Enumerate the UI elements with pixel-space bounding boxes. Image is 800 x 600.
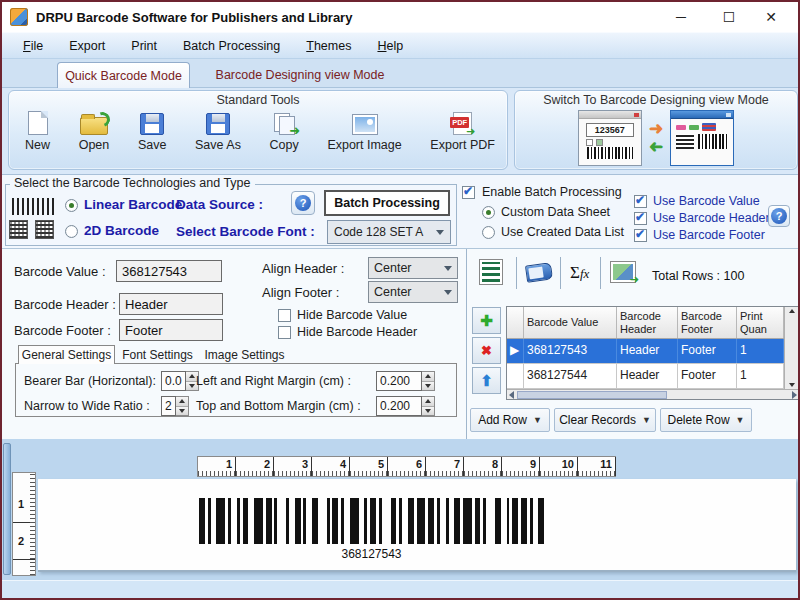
grid-horizontal-scrollbar[interactable] [507,389,799,399]
fx-glyph: fx [580,266,589,281]
narrow-wide-ratio-spinner[interactable]: 2 [161,396,189,416]
add-row-icon-button[interactable]: ✚ [472,307,501,334]
spin-up-icon[interactable] [422,397,434,407]
copy-data-icon[interactable] [525,262,553,282]
scroll-up-icon[interactable] [789,309,795,313]
menu-help[interactable]: Help [364,39,416,53]
quick-mode-thumbnail: 123567 [578,110,642,166]
tab-quick-barcode-mode[interactable]: Quick Barcode Mode [57,62,190,88]
new-button[interactable]: New [25,111,50,152]
records-grid[interactable]: Barcode Value Barcode Header Barcode Foo… [506,306,800,400]
chevron-down-icon [444,290,452,295]
delete-row-icon-button[interactable]: ✖ [472,337,501,364]
data-source-help-button[interactable]: ? [291,191,315,215]
use-barcode-footer-checkbox[interactable] [634,229,647,242]
menu-batch-processing[interactable]: Batch Processing [170,39,293,53]
export-pdf-button[interactable]: PDF➜ Export PDF [430,112,495,152]
menu-export[interactable]: Export [56,39,118,53]
grid-row[interactable]: 368127544 Header Footer 1 [507,364,784,389]
hide-barcode-header-checkbox[interactable] [278,326,291,339]
delete-row-button[interactable]: Delete Row▼ [660,408,752,432]
menu-file[interactable]: File [10,39,56,53]
tab-barcode-designing-view-mode[interactable]: Barcode Designing view Mode [202,62,398,88]
scroll-down-icon[interactable] [789,383,795,387]
delete-row-label: Delete Row [668,413,730,427]
spin-up-icon[interactable] [422,372,434,382]
barcode-header-text: Header [125,297,168,312]
spin-down-icon[interactable] [422,407,434,416]
batch-processing-button[interactable]: Batch Processing [324,190,450,216]
copy-button[interactable]: ➜ Copy [270,111,299,152]
switch-mode-group[interactable]: Switch To Barcode Designing view Mode 12… [514,90,798,170]
enable-batch-processing-checkbox[interactable] [462,186,475,199]
use-barcode-value-checkbox[interactable] [634,195,647,208]
col-barcode-header[interactable]: Barcode Header [617,307,678,338]
col-barcode-footer[interactable]: Barcode Footer [678,307,737,338]
tab-font-settings[interactable]: Font Settings [117,345,198,364]
ruler-mark: 3 [274,457,312,476]
save-button[interactable]: Save [138,113,167,152]
export-image-label: Export Image [327,138,401,152]
barcode-header-input[interactable]: Header [119,293,223,315]
spin-up-icon[interactable] [176,397,188,407]
minimize-button[interactable]: ─ [664,7,698,27]
spin-down-icon[interactable] [176,407,188,416]
export-pdf-icon: PDF➜ [453,112,472,135]
scroll-left-icon[interactable] [509,391,514,399]
add-row-label: Add Row [478,413,527,427]
barcode-footer-input[interactable]: Footer [119,319,223,341]
pdf-arrow-icon: ➜ [466,125,475,138]
use-barcode-header-checkbox[interactable] [634,212,647,225]
barcode-value-input[interactable]: 368127543 [116,260,222,282]
enable-batch-processing-label: Enable Batch Processing [482,185,622,199]
align-header-select[interactable]: Center [368,257,458,279]
spin-down-icon[interactable] [422,382,434,391]
window-title: DRPU Barcode Software for Publishers and… [36,10,352,25]
row-pointer-icon: ▶ [507,339,524,363]
save-as-button[interactable]: Save As [195,113,241,152]
excel-sheet-icon[interactable] [479,259,503,285]
cell-print-quantity: 1 [737,339,784,363]
open-button[interactable]: Open [79,112,110,152]
tab-general-settings[interactable]: General Settings [18,345,115,364]
maximize-button[interactable]: ☐ [712,7,746,27]
design-tool3-icon [702,123,716,131]
2d-barcode-radio[interactable] [65,225,78,238]
cell-print-quantity: 1 [737,364,784,388]
tab-image-settings[interactable]: Image Settings [200,345,289,364]
barcode-font-select[interactable]: Code 128 SET A [327,220,451,244]
canvas-vertical-scrollbar[interactable] [3,443,11,575]
design-mode-thumbnail [670,110,734,166]
design-grid-icon [676,134,694,149]
barcode-canvas[interactable]: 368127543 [38,479,796,572]
custom-data-sheet-radio[interactable] [482,206,495,219]
menu-themes[interactable]: Themes [293,39,364,53]
export-image-button[interactable]: Export Image [327,114,401,152]
align-footer-select[interactable]: Center [368,281,458,303]
menu-print[interactable]: Print [118,39,170,53]
add-row-button[interactable]: Add Row▼ [470,408,550,432]
sum-function-icon[interactable]: Σfx [570,263,589,283]
move-up-icon-button[interactable]: ⬆ [472,367,501,394]
left-right-margin-spinner[interactable]: 0.200 [376,371,435,391]
top-bottom-margin-spinner[interactable]: 0.200 [376,396,435,416]
use-created-data-list-label: Use Created Data List [501,225,624,239]
col-barcode-value[interactable]: Barcode Value [524,307,617,338]
delete-x-icon: ✖ [481,343,492,358]
export-datasheet-icon[interactable] [610,261,636,283]
linear-barcode-radio[interactable] [65,199,78,212]
barcode-technology-section: Select the Barcode Technologies and Type… [2,174,798,248]
scroll-right-icon[interactable] [792,391,797,399]
hide-barcode-value-checkbox[interactable] [278,309,291,322]
batch-help-button[interactable]: ? [768,205,790,227]
use-created-data-list-radio[interactable] [482,226,495,239]
bearer-bar-spinner[interactable]: 0.0 [161,371,199,391]
grid-row-selected[interactable]: ▶ 368127543 Header Footer 1 [507,339,784,364]
ruler-mark: 2 [236,457,274,476]
grid-vertical-scrollbar[interactable] [784,307,799,389]
clear-records-button[interactable]: Clear Records▼ [554,408,656,432]
close-button[interactable]: ✕ [754,7,788,27]
align-footer-label: Align Footer : [262,285,339,300]
col-print-quantity[interactable]: Print Quan [737,307,784,338]
scrollbar-thumb[interactable] [517,391,667,399]
